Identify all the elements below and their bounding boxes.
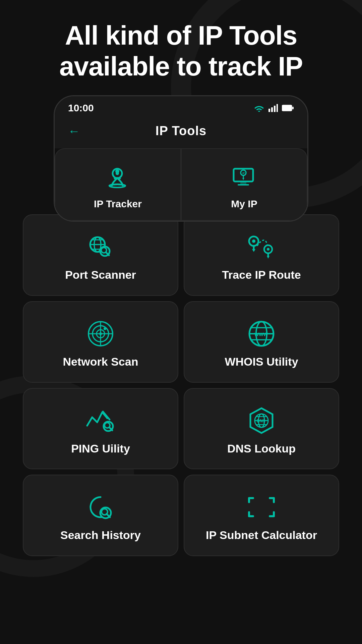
ping-utility-label: PING Uility — [71, 442, 130, 455]
page-wrapper: All kind of IP Tools available to track … — [0, 0, 362, 559]
svg-point-26 — [252, 239, 255, 243]
port-scanner-label: Port Scanner — [65, 268, 136, 282]
svg-rect-6 — [292, 107, 294, 109]
globe-search-icon — [85, 232, 116, 262]
ip-tracker-label: IP Tracker — [94, 198, 142, 210]
svg-text:IP: IP — [242, 172, 245, 175]
ip-subnet-calculator-label: IP Subnet Calculator — [206, 528, 317, 542]
tool-card-network-scan[interactable]: Network Scan — [23, 301, 178, 383]
ping-icon — [85, 406, 116, 436]
svg-rect-3 — [277, 104, 278, 112]
network-scan-label: Network Scan — [63, 355, 138, 369]
tool-card-ping-utility[interactable]: PING Uility — [23, 388, 178, 470]
tool-card-search-history[interactable]: Search History — [23, 475, 178, 556]
tool-card-whois-utility[interactable]: WWW WHOIS Utility — [184, 301, 339, 383]
tool-card-port-scanner[interactable]: Port Scanner — [23, 214, 178, 296]
tool-card-trace-ip-route[interactable]: Trace IP Route — [184, 214, 339, 296]
trace-ip-route-label: Trace IP Route — [222, 268, 301, 282]
my-ip-label: My IP — [231, 198, 257, 210]
main-tools-grid: Port Scanner T — [20, 212, 342, 559]
status-time: 10:00 — [68, 102, 94, 114]
svg-rect-1 — [271, 107, 273, 112]
search-history-label: Search History — [60, 528, 141, 542]
svg-point-10 — [115, 169, 119, 173]
arrows-icon — [246, 492, 277, 522]
svg-marker-30 — [267, 256, 269, 259]
wifi-icon — [254, 104, 264, 112]
phone-mockup: 10:00 — [54, 95, 308, 222]
svg-rect-12 — [240, 181, 246, 184]
tool-card-ip-subnet-calculator[interactable]: IP Subnet Calculator — [184, 475, 339, 556]
whois-utility-label: WHOIS Utility — [225, 355, 298, 369]
svg-text:WWW: WWW — [254, 332, 268, 337]
radar-icon — [85, 319, 116, 349]
app-title: IP Tools — [156, 124, 206, 138]
svg-text:DNS: DNS — [257, 419, 265, 423]
dns-lookup-label: DNS Lookup — [227, 442, 296, 455]
tool-card-ip-tracker[interactable]: IP Tracker — [55, 148, 181, 221]
svg-point-37 — [104, 327, 106, 330]
location-pin-icon — [103, 162, 133, 193]
svg-rect-0 — [268, 109, 270, 112]
headline-line1: All kind of IP Tools — [65, 20, 297, 50]
svg-rect-5 — [283, 106, 290, 110]
phone-tools-grid: IP Tracker IP My IP — [55, 148, 307, 221]
signal-icon — [268, 104, 278, 112]
battery-icon — [282, 104, 294, 112]
dns-icon: DNS — [246, 406, 277, 436]
svg-marker-16 — [242, 178, 244, 180]
route-pins-icon — [246, 232, 277, 262]
svg-line-44 — [103, 412, 110, 420]
tool-card-my-ip[interactable]: IP My IP — [181, 148, 307, 221]
svg-rect-2 — [274, 106, 276, 112]
status-bar: 10:00 — [55, 96, 307, 117]
headline-line2: available to track IP — [59, 51, 303, 81]
app-bar: ← IP Tools — [55, 117, 307, 148]
svg-point-29 — [267, 248, 269, 251]
status-icons — [254, 104, 294, 112]
headline: All kind of IP Tools available to track … — [33, 0, 329, 95]
history-search-icon — [85, 492, 116, 522]
globe-www-icon: WWW — [246, 319, 277, 349]
monitor-ip-icon: IP — [229, 162, 259, 193]
svg-marker-27 — [252, 249, 255, 252]
back-button[interactable]: ← — [68, 124, 80, 138]
tool-card-dns-lookup[interactable]: DNS DNS Lookup — [184, 388, 339, 470]
svg-rect-13 — [238, 184, 249, 185]
